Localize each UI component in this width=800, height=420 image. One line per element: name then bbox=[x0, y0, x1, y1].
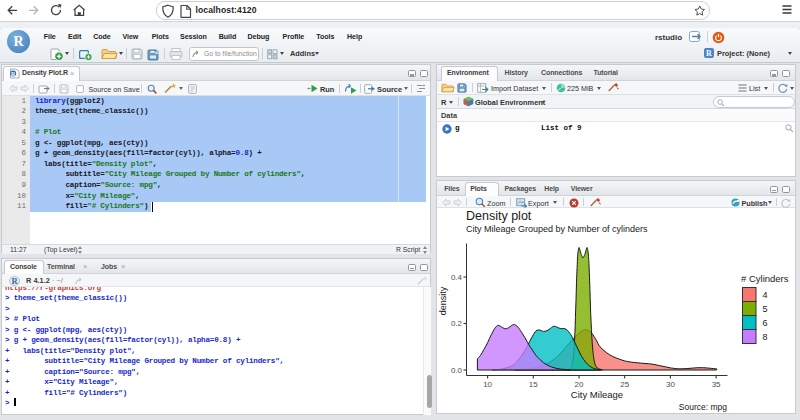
svg-text:8: 8 bbox=[763, 332, 768, 342]
svg-text:City Mileage Grouped by Number: City Mileage Grouped by Number of cylind… bbox=[466, 224, 648, 234]
svg-text:10: 10 bbox=[483, 380, 492, 389]
svg-text:25: 25 bbox=[620, 380, 629, 389]
svg-text:Source: mpg: Source: mpg bbox=[679, 402, 727, 412]
svg-text:# Cylinders: # Cylinders bbox=[741, 273, 789, 284]
svg-text:20: 20 bbox=[575, 380, 584, 389]
svg-text:Density plot: Density plot bbox=[466, 209, 532, 223]
svg-text:R: R bbox=[12, 276, 19, 286]
svg-text:R: R bbox=[706, 49, 712, 58]
svg-text:City Mileage: City Mileage bbox=[571, 389, 623, 400]
svg-text:R: R bbox=[11, 71, 16, 77]
svg-text:0.0: 0.0 bbox=[451, 366, 463, 375]
svg-text:0.2: 0.2 bbox=[451, 319, 463, 328]
svg-text:30: 30 bbox=[666, 380, 675, 389]
svg-text:35: 35 bbox=[712, 380, 721, 389]
svg-text:0.4: 0.4 bbox=[451, 273, 463, 282]
svg-text:4: 4 bbox=[763, 290, 768, 300]
svg-text:5: 5 bbox=[763, 304, 768, 314]
svg-text:density: density bbox=[438, 286, 448, 315]
svg-text:15: 15 bbox=[529, 380, 538, 389]
svg-text:6: 6 bbox=[763, 318, 768, 328]
